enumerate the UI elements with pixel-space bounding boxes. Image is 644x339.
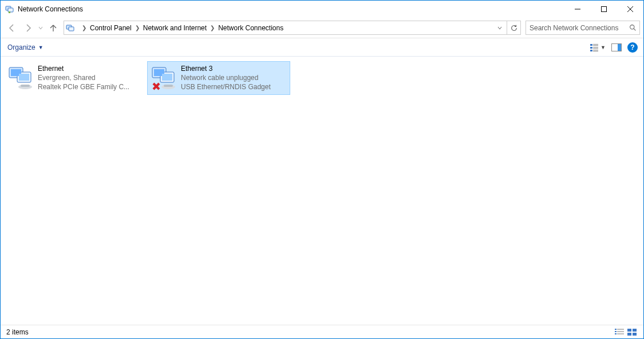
svg-rect-14 (590, 47, 592, 49)
forward-button[interactable] (20, 20, 36, 36)
back-button[interactable] (4, 20, 20, 36)
svg-rect-25 (19, 74, 29, 81)
svg-rect-18 (593, 50, 598, 50)
svg-rect-1 (8, 8, 13, 12)
address-history-button[interactable] (493, 21, 507, 34)
svg-rect-33 (164, 85, 173, 87)
svg-rect-27 (21, 85, 30, 87)
window: Network Connections (0, 0, 644, 339)
svg-rect-19 (593, 51, 598, 51)
window-controls (564, 1, 643, 18)
svg-rect-4 (602, 7, 607, 12)
svg-rect-37 (617, 329, 624, 330)
svg-rect-13 (593, 45, 598, 46)
breadcrumb-item[interactable]: Network and Internet ❯ (141, 21, 216, 34)
svg-rect-11 (590, 44, 592, 46)
breadcrumb-item[interactable]: Network Connections (216, 21, 285, 34)
command-bar: Organize ▼ ▼ ? (1, 38, 643, 57)
breadcrumb-label: Control Panel (90, 24, 132, 32)
content-area[interactable]: Ethernet Evergreen, Shared Realtek PCIe … (1, 57, 643, 325)
svg-rect-44 (627, 333, 631, 336)
connection-device: Realtek PCIe GBE Family C... (38, 82, 129, 91)
svg-rect-45 (633, 333, 637, 336)
svg-rect-16 (593, 48, 598, 49)
connection-name: Ethernet 3 (181, 64, 271, 73)
location-icon (64, 23, 77, 33)
organize-button[interactable]: Organize ▼ (4, 41, 47, 54)
svg-rect-43 (633, 329, 637, 332)
connection-item[interactable]: Ethernet 3 Network cable unplugged USB E… (147, 61, 290, 95)
connection-text: Ethernet Evergreen, Shared Realtek PCIe … (38, 64, 129, 92)
large-icons-view-button[interactable] (626, 328, 638, 337)
maximize-button[interactable] (591, 1, 617, 18)
title-bar: Network Connections (1, 1, 643, 18)
svg-rect-15 (593, 47, 598, 47)
app-icon (5, 5, 14, 14)
connection-text: Ethernet 3 Network cable unplugged USB E… (181, 64, 271, 92)
chevron-right-icon: ❯ (135, 25, 140, 31)
help-button[interactable]: ? (625, 40, 640, 55)
up-button[interactable] (45, 20, 61, 36)
svg-point-9 (630, 25, 634, 29)
search-input[interactable] (526, 24, 626, 32)
svg-rect-2 (9, 11, 10, 13)
window-title: Network Connections (18, 5, 83, 13)
svg-rect-21 (618, 44, 621, 51)
search-icon[interactable] (626, 24, 639, 31)
svg-rect-12 (593, 44, 598, 45)
svg-rect-31 (162, 74, 172, 81)
connection-status: Network cable unplugged (181, 73, 271, 82)
status-bar: 2 items (1, 325, 643, 338)
breadcrumb-sep-root[interactable]: ❯ (77, 21, 88, 34)
breadcrumb-label: Network and Internet (143, 24, 207, 32)
network-adapter-icon (150, 64, 177, 91)
details-view-button[interactable] (614, 328, 625, 337)
close-button[interactable] (617, 1, 643, 18)
svg-rect-41 (617, 333, 624, 334)
breadcrumb-label: Network Connections (218, 24, 283, 32)
network-adapter-icon (7, 64, 34, 91)
minimize-button[interactable] (564, 1, 591, 18)
svg-rect-42 (627, 329, 631, 332)
refresh-button[interactable] (507, 21, 520, 34)
chevron-down-icon: ▼ (38, 45, 44, 50)
svg-line-10 (634, 29, 635, 30)
change-view-button[interactable]: ▼ (587, 40, 608, 55)
status-item-count: 2 items (6, 328, 29, 336)
help-icon: ? (627, 42, 638, 53)
svg-rect-40 (615, 333, 617, 334)
breadcrumb-item[interactable]: Control Panel ❯ (88, 21, 141, 34)
address-bar[interactable]: ❯ Control Panel ❯ Network and Internet ❯… (64, 21, 521, 35)
search-box[interactable] (526, 21, 640, 35)
chevron-down-icon: ▼ (600, 45, 606, 50)
recent-locations-button[interactable] (36, 20, 45, 36)
connection-device: USB Ethernet/RNDIS Gadget (181, 82, 271, 91)
svg-rect-8 (69, 27, 74, 31)
connection-item[interactable]: Ethernet Evergreen, Shared Realtek PCIe … (4, 61, 147, 95)
preview-pane-button[interactable] (609, 40, 624, 55)
svg-rect-39 (617, 331, 624, 332)
chevron-right-icon: ❯ (210, 25, 215, 31)
navigation-bar: ❯ Control Panel ❯ Network and Internet ❯… (1, 18, 643, 38)
connection-name: Ethernet (38, 64, 129, 73)
svg-rect-38 (615, 331, 617, 332)
svg-rect-17 (590, 50, 592, 51)
svg-rect-36 (615, 329, 617, 330)
organize-label: Organize (7, 43, 35, 51)
connection-status: Evergreen, Shared (38, 73, 129, 82)
